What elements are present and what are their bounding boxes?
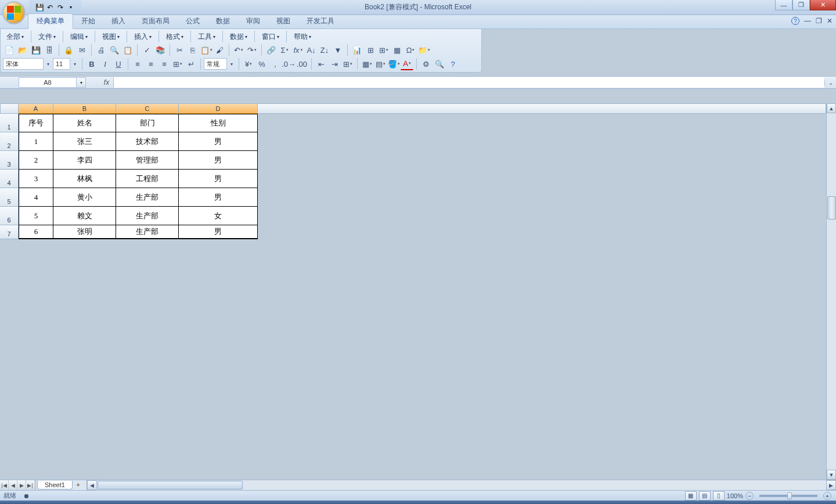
sheet-tab-1[interactable]: Sheet1 xyxy=(37,481,73,489)
cell-A5[interactable]: 4 xyxy=(19,188,53,207)
col-header-B[interactable]: B xyxy=(53,103,116,114)
help-icon[interactable]: ? xyxy=(791,17,799,25)
sheet-last-icon[interactable]: ▶| xyxy=(26,480,35,490)
sheet-next-icon[interactable]: ▶ xyxy=(17,480,26,490)
ribbon-tab-home[interactable]: 开始 xyxy=(73,14,103,28)
menu-format[interactable]: 格式▾ xyxy=(163,31,187,43)
autosum-icon[interactable]: Σ▾ xyxy=(278,44,291,56)
cell-D2[interactable]: 男 xyxy=(179,132,258,151)
function-icon[interactable]: fx▾ xyxy=(291,44,304,56)
ribbon-tab-pagelayout[interactable]: 页面布局 xyxy=(134,14,178,28)
cut-icon[interactable]: ✂ xyxy=(173,44,186,56)
cell-A7[interactable]: 6 xyxy=(19,225,53,239)
doc-restore-button[interactable]: ❐ xyxy=(816,17,822,25)
maximize-button[interactable]: ❐ xyxy=(792,0,810,10)
formatpainter-icon[interactable]: 🖌 xyxy=(213,44,226,56)
printpreview-icon[interactable]: 🔍 xyxy=(108,44,121,56)
numfmt-dropdown-icon[interactable]: ▾ xyxy=(228,57,236,70)
pivottable2-icon[interactable]: ⊞▾ xyxy=(377,44,390,56)
cell-A3[interactable]: 2 xyxy=(19,151,53,170)
cell-B2[interactable]: 张三 xyxy=(53,132,116,151)
redo-icon[interactable]: ↷▾ xyxy=(246,44,258,56)
sheet-prev-icon[interactable]: ◀ xyxy=(9,480,17,490)
cell-A4[interactable]: 3 xyxy=(19,170,53,188)
object-icon[interactable]: 📁▾ xyxy=(417,44,430,56)
condformat-icon[interactable]: ▤▾ xyxy=(374,57,387,70)
name-box[interactable] xyxy=(19,77,77,88)
col-header-D[interactable]: D xyxy=(179,103,258,114)
save-icon[interactable]: 💾 xyxy=(35,3,44,12)
menu-data[interactable]: 数据▾ xyxy=(226,31,251,43)
pagelayout-icon[interactable]: 📋 xyxy=(121,44,134,56)
vertical-scrollbar[interactable]: ▲ ▼ xyxy=(826,103,836,480)
decreaseindent-icon[interactable]: ⇤ xyxy=(315,57,327,70)
cell-B7[interactable]: 张明 xyxy=(53,225,116,239)
menu-edit[interactable]: 编辑▾ xyxy=(67,31,91,43)
merge-icon[interactable]: ⊞▾ xyxy=(171,57,184,70)
research-icon[interactable]: 📚 xyxy=(154,44,167,56)
vscroll-thumb[interactable] xyxy=(827,196,836,219)
fillcolor-icon[interactable]: 🪣▾ xyxy=(387,57,400,70)
cellstyles-icon[interactable]: ▦▾ xyxy=(361,57,373,70)
autoformat-icon[interactable]: ⚙ xyxy=(420,57,433,70)
paste-icon[interactable]: 📋▾ xyxy=(200,44,212,56)
numberformat-input[interactable] xyxy=(204,58,227,70)
wrap-icon[interactable]: ↵ xyxy=(185,57,197,70)
zoom-icon[interactable]: 🔍 xyxy=(433,57,446,70)
cell-B3[interactable]: 李四 xyxy=(53,151,116,170)
zoom-level[interactable]: 100% xyxy=(727,492,743,499)
scroll-left-icon[interactable]: ◀ xyxy=(87,480,97,490)
permission-icon[interactable]: 🔒 xyxy=(62,44,75,56)
cell-D6[interactable]: 女 xyxy=(179,207,258,225)
office-button[interactable] xyxy=(2,1,26,24)
cell-A2[interactable]: 1 xyxy=(19,132,53,151)
open-icon[interactable]: 📂 xyxy=(16,44,29,56)
spellcheck-icon[interactable]: ✓ xyxy=(140,44,153,56)
decreasedec-icon[interactable]: .00 xyxy=(296,57,308,70)
row-header-6[interactable]: 6 xyxy=(0,207,19,225)
cell-C2[interactable]: 技术部 xyxy=(116,132,179,151)
ribbon-tab-developer[interactable]: 开发工具 xyxy=(298,14,343,28)
normal-view-icon[interactable]: ▦ xyxy=(685,491,697,501)
help-icon[interactable]: ? xyxy=(446,57,459,70)
ribbon-tab-view[interactable]: 视图 xyxy=(268,14,298,28)
chart-icon[interactable]: 📊 xyxy=(351,44,363,56)
ribbon-tab-insert[interactable]: 插入 xyxy=(103,14,134,28)
cell-C6[interactable]: 生产部 xyxy=(116,207,179,225)
close-button[interactable]: ✕ xyxy=(810,0,836,10)
cell-C5[interactable]: 生产部 xyxy=(116,188,179,207)
row-header-3[interactable]: 3 xyxy=(0,151,19,170)
pagelayout-view-icon[interactable]: ▤ xyxy=(699,491,711,501)
formula-expand-icon[interactable]: ⌄ xyxy=(824,80,836,86)
italic-button[interactable]: I xyxy=(99,57,111,70)
cell-B4[interactable]: 林枫 xyxy=(53,170,116,188)
scroll-down-icon[interactable]: ▼ xyxy=(827,470,836,480)
zoom-thumb[interactable] xyxy=(787,492,792,499)
ribbon-tab-formulas[interactable]: 公式 xyxy=(178,14,208,28)
ribbon-tab-review[interactable]: 审阅 xyxy=(238,14,268,28)
email-icon[interactable]: ✉ xyxy=(75,44,88,56)
cell-B6[interactable]: 赖文 xyxy=(53,207,116,225)
zoom-slider[interactable] xyxy=(759,495,817,497)
sheet-first-icon[interactable]: |◀ xyxy=(0,480,9,490)
increasedec-icon[interactable]: .0→ xyxy=(282,57,295,70)
font-dropdown-icon[interactable]: ▾ xyxy=(44,57,52,70)
insert-sheet-icon[interactable]: ✦ xyxy=(73,481,84,489)
cell-C4[interactable]: 工程部 xyxy=(116,170,179,188)
percent-icon[interactable]: % xyxy=(255,57,268,70)
increaseindent-icon[interactable]: ⇥ xyxy=(328,57,341,70)
size-dropdown-icon[interactable]: ▾ xyxy=(71,57,79,70)
hscroll-thumb[interactable] xyxy=(98,481,243,489)
save-icon[interactable]: 💾 xyxy=(30,44,42,56)
cell-D4[interactable]: 男 xyxy=(179,170,258,188)
doc-close-button[interactable]: ✕ xyxy=(827,17,833,25)
cell-B5[interactable]: 黄小 xyxy=(53,188,116,207)
cell-C7[interactable]: 生产部 xyxy=(116,225,179,239)
ribbon-tab-data[interactable]: 数据 xyxy=(208,14,238,28)
undo-icon[interactable]: ↶▾ xyxy=(232,44,245,56)
ribbon-tab-classic[interactable]: 经典菜单 xyxy=(28,13,73,29)
row-header-5[interactable]: 5 xyxy=(0,188,19,207)
bold-button[interactable]: B xyxy=(85,57,98,70)
fontcolor-icon[interactable]: A▾ xyxy=(401,57,413,70)
col-header-C[interactable]: C xyxy=(116,103,179,114)
